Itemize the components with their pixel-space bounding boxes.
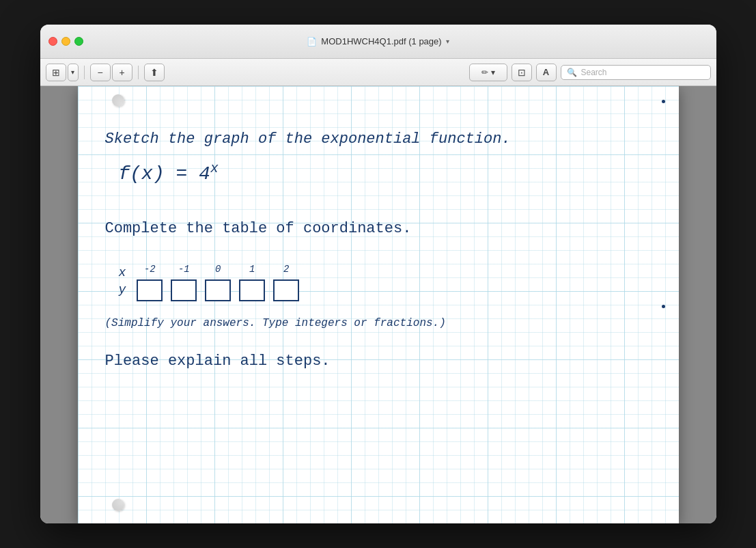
function-line: f(x) = 4x bbox=[119, 158, 652, 189]
toolbar: ⊞ ▾ − + ⬆ ✏ ▾ ⊡ bbox=[40, 59, 716, 86]
minimize-button[interactable] bbox=[61, 37, 70, 46]
table-instruction: Complete the table of coordinates. bbox=[105, 217, 652, 241]
cell-top-2: 2 bbox=[283, 262, 289, 277]
cell-top-1: 1 bbox=[249, 262, 255, 277]
separator-1 bbox=[84, 66, 85, 79]
x-label: x bbox=[119, 264, 126, 282]
sidebar-chevron-icon: ▾ bbox=[71, 68, 74, 76]
zoom-in-button[interactable]: + bbox=[112, 64, 132, 81]
copy-button[interactable]: ⊡ bbox=[512, 64, 532, 81]
share-button[interactable]: ⬆ bbox=[144, 64, 165, 81]
cell-box-0[interactable] bbox=[205, 279, 231, 301]
cell-box-2[interactable] bbox=[273, 279, 299, 301]
cell-top-neg2: -2 bbox=[144, 262, 156, 277]
content-area: Sketch the graph of the exponential func… bbox=[40, 86, 716, 523]
copy-icon: ⊡ bbox=[518, 67, 526, 78]
cell-box-1[interactable] bbox=[239, 279, 265, 301]
page-hole-bottom bbox=[112, 499, 124, 511]
xy-labels: x y bbox=[119, 264, 126, 299]
window-title: MOD1HWCH4Q1.pdf (1 page) bbox=[321, 36, 441, 46]
table-cells: -2 -1 0 bbox=[137, 262, 299, 301]
exponent: x bbox=[210, 161, 219, 176]
simplify-instruction: (Simplify your answers. Type integers or… bbox=[105, 315, 652, 333]
sidebar-chevron-button[interactable]: ▾ bbox=[68, 64, 79, 81]
cell-group-neg1: -1 bbox=[171, 262, 197, 301]
zoom-out-icon: − bbox=[97, 67, 102, 78]
cell-group-0: 0 bbox=[205, 262, 231, 301]
titlebar: 📄 MOD1HWCH4Q1.pdf (1 page) ▾ bbox=[40, 25, 716, 59]
search-icon: 🔍 bbox=[567, 68, 577, 77]
title-chevron-icon: ▾ bbox=[446, 38, 449, 45]
maximize-button[interactable] bbox=[74, 37, 83, 46]
cell-box-neg2[interactable] bbox=[137, 279, 163, 301]
page-dot-middle-right bbox=[662, 305, 665, 308]
y-label: y bbox=[119, 282, 126, 299]
annotate-button[interactable]: ✏ ▾ bbox=[469, 64, 507, 81]
handwritten-content: Sketch the graph of the exponential func… bbox=[105, 127, 652, 374]
sidebar-toggle-button[interactable]: ⊞ bbox=[46, 64, 66, 81]
close-button[interactable] bbox=[48, 37, 57, 46]
pdf-page: Sketch the graph of the exponential func… bbox=[78, 86, 679, 523]
pdf-icon: 📄 bbox=[307, 37, 317, 46]
app-window: 📄 MOD1HWCH4Q1.pdf (1 page) ▾ ⊞ ▾ − + ⬆ bbox=[40, 25, 716, 523]
sidebar-icon: ⊞ bbox=[52, 67, 60, 78]
search-input[interactable] bbox=[581, 68, 705, 77]
sidebar-toggle-group: ⊞ ▾ bbox=[46, 64, 79, 81]
accessibility-icon: A bbox=[543, 67, 549, 77]
separator-2 bbox=[138, 66, 139, 79]
annotate-chevron-icon: ▾ bbox=[491, 68, 495, 77]
accessibility-button[interactable]: A bbox=[536, 64, 557, 81]
cell-box-neg1[interactable] bbox=[171, 279, 197, 301]
window-title-area: 📄 MOD1HWCH4Q1.pdf (1 page) ▾ bbox=[307, 36, 449, 46]
cell-top-neg1: -1 bbox=[178, 262, 190, 277]
cell-group-1: 1 bbox=[239, 262, 265, 301]
cell-group-2: 2 bbox=[273, 262, 299, 301]
traffic-lights bbox=[48, 37, 83, 46]
question-line1: Sketch the graph of the exponential func… bbox=[105, 127, 652, 151]
zoom-out-button[interactable]: − bbox=[90, 64, 111, 81]
zoom-group: − + bbox=[90, 64, 132, 81]
page-hole-top bbox=[112, 94, 124, 107]
coordinate-table: x y -2 -1 bbox=[119, 262, 652, 301]
function-text: f(x) = 4x bbox=[119, 163, 219, 184]
page-content: Sketch the graph of the exponential func… bbox=[78, 86, 679, 394]
search-box[interactable]: 🔍 bbox=[561, 65, 711, 80]
pen-icon: ✏ bbox=[481, 68, 488, 77]
table-rows: x y -2 -1 bbox=[119, 262, 652, 301]
explain-instruction: Please explain all steps. bbox=[105, 349, 652, 373]
cell-group-neg2: -2 bbox=[137, 262, 163, 301]
share-icon: ⬆ bbox=[150, 67, 158, 78]
zoom-in-icon: + bbox=[119, 67, 124, 78]
cell-top-0: 0 bbox=[215, 262, 221, 277]
toolbar-right: ✏ ▾ ⊡ A 🔍 bbox=[469, 64, 711, 81]
page-dot-top-right bbox=[662, 100, 665, 103]
